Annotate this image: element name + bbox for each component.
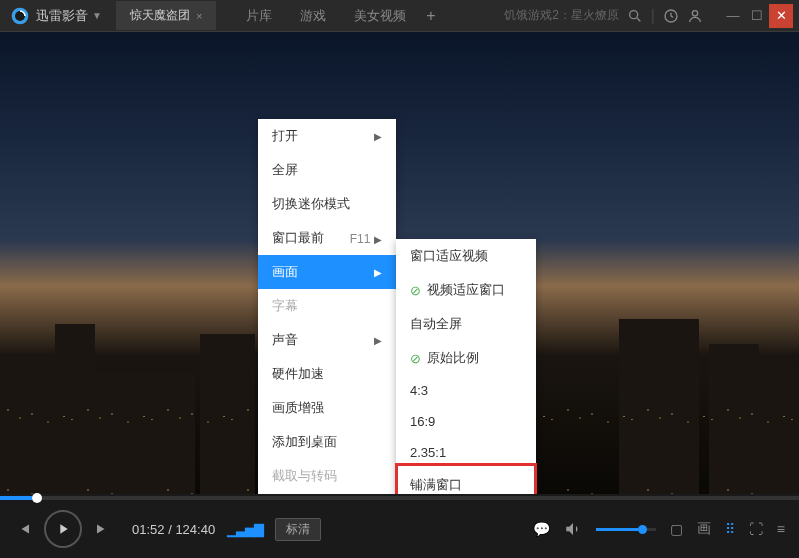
check-icon: ⊘ [410,283,421,298]
app-dropdown-icon: ▼ [92,10,102,21]
grid-icon[interactable]: ⠿ [725,521,735,537]
nav-add-icon[interactable]: + [426,7,435,25]
text-icon[interactable]: 画 [697,520,711,538]
tab-title: 惊天魔盗团 [130,7,190,24]
nav-videos[interactable]: 美女视频 [354,7,406,25]
play-button[interactable] [44,510,82,548]
submenu-fillwindow[interactable]: 铺满窗口 [396,468,536,494]
submenu-235[interactable]: 2.35:1 [396,437,536,468]
menu-subtitle[interactable]: 字幕 [258,289,396,323]
minimize-button[interactable]: — [721,4,745,28]
submenu-fitvideo[interactable]: 窗口适应视频 [396,239,536,273]
quality-badge[interactable]: 标清 [275,518,321,541]
submenu-fitwindow[interactable]: ⊘视频适应窗口 [396,273,536,307]
app-logo[interactable]: 迅雷影音 ▼ [0,6,112,26]
menu-alwaystop[interactable]: 窗口最前F11 ▶ [258,221,396,255]
nav-links: 片库 游戏 美女视频 [246,7,406,25]
search-placeholder[interactable]: 饥饿游戏2：星火燎原 [504,7,619,24]
menu-hwaccel[interactable]: 硬件加速 [258,357,396,391]
next-button[interactable] [94,520,112,538]
nav-games[interactable]: 游戏 [300,7,326,25]
submenu-169[interactable]: 16:9 [396,406,536,437]
progress-bar[interactable] [0,496,799,500]
menu-open[interactable]: 打开▶ [258,119,396,153]
svg-point-2 [630,10,638,18]
progress-fill [0,496,32,500]
prev-button[interactable] [14,520,32,538]
video-area[interactable]: 打开▶ 全屏 切换迷你模式 窗口最前F11 ▶ 画面▶ 字幕 声音▶ 硬件加速 … [0,32,799,494]
titlebar: 迅雷影音 ▼ 惊天魔盗团 × 片库 游戏 美女视频 + 饥饿游戏2：星火燎原 |… [0,0,799,32]
volume-icon[interactable] [564,520,582,538]
nav-library[interactable]: 片库 [246,7,272,25]
menu-picture[interactable]: 画面▶ [258,255,396,289]
context-menu: 打开▶ 全屏 切换迷你模式 窗口最前F11 ▶ 画面▶ 字幕 声音▶ 硬件加速 … [258,119,396,494]
svg-point-5 [692,10,697,15]
submenu-autofull[interactable]: 自动全屏 [396,307,536,341]
search-area: 饥饿游戏2：星火燎原 | — ☐ ✕ [504,4,799,28]
app-logo-icon [10,6,30,26]
menu-fullscreen[interactable]: 全屏 [258,153,396,187]
menu-enhance[interactable]: 画质增强 [258,391,396,425]
menu-minimode[interactable]: 切换迷你模式 [258,187,396,221]
submenu-43[interactable]: 4:3 [396,375,536,406]
window-controls: — ☐ ✕ [721,4,793,28]
video-tab[interactable]: 惊天魔盗团 × [116,1,216,30]
signal-icon: ▁▃▅▇ [227,522,263,537]
menu-audio[interactable]: 声音▶ [258,323,396,357]
player-controls: 01:52 / 124:40 ▁▃▅▇ 标清 💬 ▢ 画 ⠿ ⛶ ≡ [0,494,799,558]
progress-thumb[interactable] [32,493,42,503]
chevron-right-icon: ▶ [374,131,382,142]
search-icon[interactable] [627,8,643,24]
chevron-right-icon: ▶ [374,335,382,346]
tab-close-icon[interactable]: × [196,10,202,22]
submenu-origratio[interactable]: ⊘原始比例 [396,341,536,375]
volume-slider[interactable] [596,528,656,531]
history-icon[interactable] [663,8,679,24]
app-name: 迅雷影音 [36,7,88,25]
fullscreen-icon[interactable]: ⛶ [749,521,763,537]
close-button[interactable]: ✕ [769,4,793,28]
screenshot-icon[interactable]: ▢ [670,521,683,537]
playlist-icon[interactable]: ≡ [777,521,785,537]
svg-line-3 [637,18,640,21]
user-icon[interactable] [687,8,703,24]
chevron-right-icon: ▶ [374,267,382,278]
caption-icon[interactable]: 💬 [533,521,550,537]
time-display: 01:52 / 124:40 [132,522,215,537]
menu-adddesktop[interactable]: 添加到桌面 [258,425,396,459]
menu-capture[interactable]: 截取与转码 [258,459,396,493]
picture-submenu: 窗口适应视频 ⊘视频适应窗口 自动全屏 ⊘原始比例 4:3 16:9 2.35:… [396,239,536,494]
volume-thumb[interactable] [638,525,647,534]
check-icon: ⊘ [410,351,421,366]
maximize-button[interactable]: ☐ [745,4,769,28]
chevron-right-icon: ▶ [374,234,382,245]
